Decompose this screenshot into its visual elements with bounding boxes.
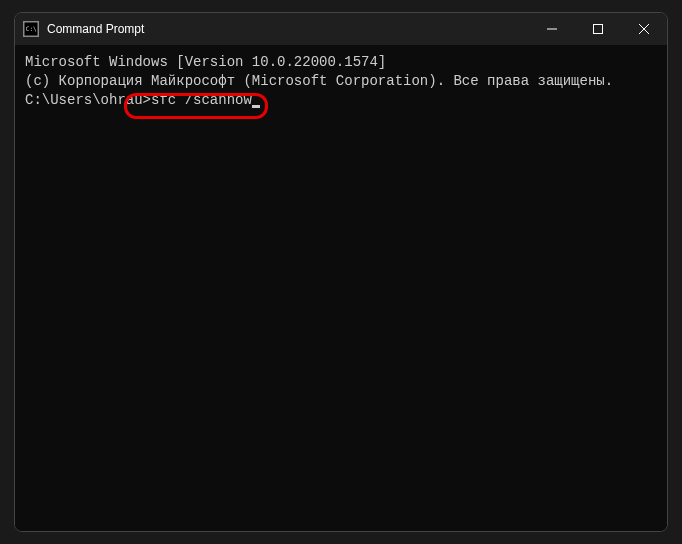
terminal-prompt-line: C:\Users\ohrau>sfc /scannow	[25, 91, 657, 110]
cursor-icon	[252, 105, 260, 108]
window-controls	[529, 13, 667, 45]
titlebar-left: C:\ Command Prompt	[23, 21, 144, 37]
close-button[interactable]	[621, 13, 667, 45]
svg-text:C:\: C:\	[26, 25, 37, 32]
titlebar[interactable]: C:\ Command Prompt	[15, 13, 667, 45]
svg-rect-3	[594, 25, 603, 34]
command-prompt-window: C:\ Command Prompt Microsoft Windows [Ve…	[14, 12, 668, 532]
terminal-output-line: Microsoft Windows [Version 10.0.22000.15…	[25, 53, 657, 72]
maximize-button[interactable]	[575, 13, 621, 45]
command-text: sfc /scannow	[151, 92, 252, 108]
terminal-area[interactable]: Microsoft Windows [Version 10.0.22000.15…	[15, 45, 667, 531]
window-title: Command Prompt	[47, 22, 144, 36]
prompt-text: C:\Users\ohrau>	[25, 92, 151, 108]
terminal-output-line: (c) Корпорация Майкрософт (Microsoft Cor…	[25, 72, 657, 91]
cmd-icon: C:\	[23, 21, 39, 37]
minimize-button[interactable]	[529, 13, 575, 45]
